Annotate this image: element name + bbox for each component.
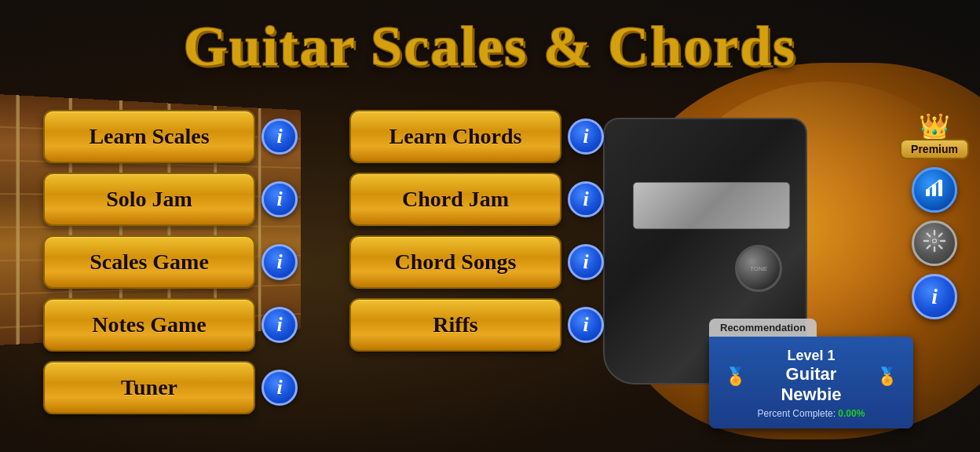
gear-icon [923,229,946,258]
chord-songs-wrap: Chord Songs i [349,235,601,289]
svg-line-10 [939,233,942,236]
scales-game-info-badge[interactable]: i [261,244,298,280]
level-card-area: Recommendation 🏅 Level 1 Guitar Newbie 🏅… [709,319,913,428]
notes-game-info-badge[interactable]: i [261,307,298,343]
guitar-pickup [633,182,790,229]
menu-grid: Learn Scales i Learn Chords i Solo Jam i… [43,110,601,414]
scales-game-button[interactable]: Scales Game [43,235,255,289]
recommendation-label: Recommendation [709,319,817,337]
laurel-left-icon: 🏅 [725,366,746,387]
learn-scales-info-badge[interactable]: i [261,118,298,155]
chart-icon [923,177,945,204]
info-icon: i [276,125,282,148]
laurel-right-icon: 🏅 [876,366,898,387]
learn-chords-info-badge[interactable]: i [568,118,604,155]
solo-jam-info-badge[interactable]: i [261,181,298,217]
level-name: Guitar Newbie [754,364,868,405]
learn-chords-wrap: Learn Chords i [349,110,601,163]
svg-line-8 [927,233,931,236]
scales-game-wrap: Scales Game i [43,235,294,289]
svg-rect-2 [938,180,942,196]
premium-button[interactable]: 👑 Premium [900,114,969,159]
info-button[interactable]: i [912,274,957,319]
info-large-icon: i [931,284,938,309]
learn-chords-button[interactable]: Learn Chords [349,110,561,163]
riffs-wrap: Riffs i [349,298,601,352]
info-icon: i [276,188,282,211]
chord-jam-info-badge[interactable]: i [568,181,604,217]
learn-scales-wrap: Learn Scales i [43,110,294,163]
learn-scales-button[interactable]: Learn Scales [43,110,255,163]
info-icon: i [276,313,282,337]
svg-rect-0 [926,189,930,196]
info-icon: i [276,250,282,274]
level-text: Level 1 Guitar Newbie [754,348,868,405]
chord-jam-wrap: Chord Jam i [349,173,601,226]
notes-game-button[interactable]: Notes Game [43,298,255,352]
notes-game-wrap: Notes Game i [43,298,294,352]
settings-button[interactable] [912,221,957,266]
level-card[interactable]: 🏅 Level 1 Guitar Newbie 🏅 Percent Comple… [709,337,913,428]
info-icon: i [583,125,588,148]
chord-songs-info-badge[interactable]: i [568,244,604,280]
info-icon: i [583,250,588,274]
stats-button[interactable] [912,167,957,213]
chord-jam-button[interactable]: Chord Jam [349,173,561,226]
chord-songs-button[interactable]: Chord Songs [349,235,561,289]
right-panel: 👑 Premium [900,114,969,319]
crown-icon: 👑 [919,114,950,139]
info-icon: i [583,313,588,337]
solo-jam-button[interactable]: Solo Jam [43,173,255,226]
svg-point-13 [933,239,936,242]
tuner-info-badge[interactable]: i [261,370,298,406]
tone-knob: TONE [735,245,782,292]
riffs-info-badge[interactable]: i [568,307,604,343]
svg-line-11 [927,245,931,248]
premium-label: Premium [900,139,969,159]
svg-line-9 [939,245,942,248]
info-icon: i [276,376,282,399]
tuner-wrap: Tuner i [43,361,294,414]
info-icon: i [583,188,588,211]
app-title: Guitar Scales & Chords [0,14,980,79]
level-title-row: 🏅 Level 1 Guitar Newbie 🏅 [725,348,898,405]
riffs-button[interactable]: Riffs [349,298,561,352]
tuner-button[interactable]: Tuner [43,361,255,414]
percent-value: 0.00% [838,408,865,419]
solo-jam-wrap: Solo Jam i [43,173,294,226]
percent-complete-label: Percent Complete: 0.00% [758,408,865,419]
level-number: Level 1 [754,348,868,364]
